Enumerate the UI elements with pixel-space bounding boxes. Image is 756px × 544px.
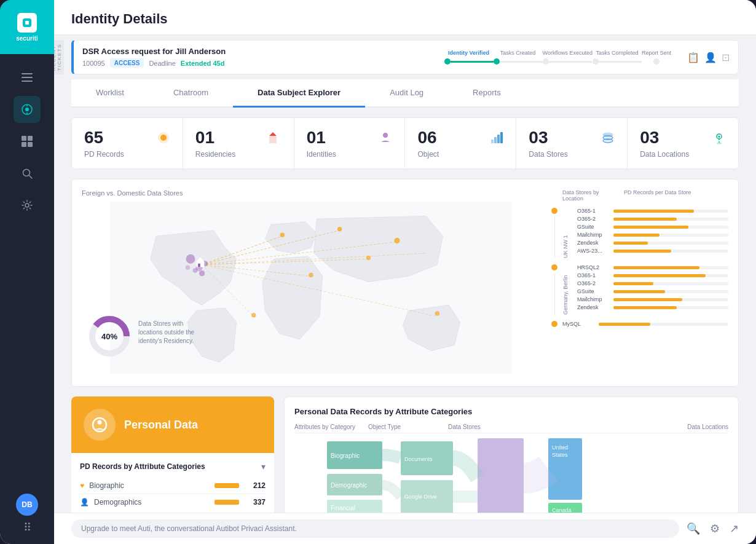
dsr-expand-icon[interactable]: ⊡ [722, 52, 730, 63]
dsr-doc-icon[interactable]: 📋 [687, 52, 699, 63]
donut-label: Data Stores with locations outside the i… [138, 320, 206, 345]
pd-records-icon [157, 131, 170, 144]
svg-point-42 [199, 270, 205, 276]
pd-body: PD Records by Attribute Categories ▾ ♥ B… [71, 453, 274, 513]
dsr-deadline-label: Deadline [149, 60, 175, 67]
svg-point-15 [160, 135, 167, 141]
svg-rect-19 [491, 140, 494, 143]
dsr-banner: DSR Access request for Jill Anderson 100… [71, 40, 739, 74]
logo-text: securiti [16, 35, 38, 42]
svg-text:Google Drive: Google Drive [404, 494, 437, 500]
stat-data-stores: 03 Data Stores [516, 118, 628, 168]
ds-location-group-2: Germany, Berlin HRSQL2 O365-1 O365-2 GSu… [550, 264, 728, 315]
pd-icon [84, 409, 116, 441]
svg-text:Financial: Financial [331, 505, 355, 511]
dsr-badge: ACCESS [110, 58, 144, 68]
svg-point-49 [394, 238, 400, 243]
svg-point-41 [193, 268, 197, 272]
sidebar-dashboard-icon[interactable] [14, 96, 41, 123]
header: Identity Details [54, 0, 756, 35]
sankey-chart: Biographic Demographic Financial [294, 438, 728, 513]
tab-chatroom[interactable]: Chatroom [149, 79, 233, 108]
bottom-icons: 🔍 ⚙ ↗ [687, 522, 739, 535]
stats-row: 65 PD Records 01 Residencies 01 [71, 117, 739, 169]
svg-point-13 [25, 203, 29, 207]
svg-point-28 [717, 143, 722, 144]
tab-data-subject-explorer[interactable]: Data Subject Explorer [233, 79, 365, 108]
dsr-action-icons: 📋 👤 ⊡ [687, 52, 730, 63]
stat-residencies: 01 Residencies [183, 118, 294, 168]
pd-chart-card: Personal Data Records by Attribute Categ… [284, 396, 739, 513]
sidebar-menu-icon[interactable] [14, 64, 41, 91]
svg-point-47 [280, 232, 285, 237]
svg-rect-3 [22, 77, 33, 78]
pd-col-3: Data Stores [448, 424, 522, 430]
stat-object: 06 Object [405, 118, 516, 168]
tab-worklist[interactable]: Worklist [71, 79, 149, 108]
sidebar: securiti DB ⠿ [0, 0, 54, 544]
content-area: 65 PD Records 01 Residencies 01 [54, 108, 756, 513]
identities-icon [379, 131, 392, 144]
sidebar-nav [14, 54, 41, 484]
svg-line-12 [30, 176, 33, 179]
external-link-icon[interactable]: ↗ [730, 522, 739, 535]
search-bottom-icon[interactable]: 🔍 [687, 522, 700, 535]
more-options-icon[interactable]: ⠿ [23, 521, 31, 534]
pd-col-4: Data Locations [522, 424, 728, 430]
svg-text:Canada: Canada [552, 507, 572, 513]
sidebar-grid-icon[interactable] [14, 128, 41, 155]
svg-rect-7 [22, 136, 26, 141]
donut-area: 40% Data Stores with locations outside t… [88, 315, 206, 358]
svg-point-11 [23, 170, 30, 176]
svg-text:States: States [552, 452, 568, 458]
svg-point-52 [309, 273, 313, 277]
map-title: Foreign vs. Domestic Data Stores [82, 189, 540, 197]
svg-rect-20 [494, 137, 497, 143]
ds-col1-title: Data Stores by Location [562, 189, 612, 202]
bottom-section: Personal Data PD Records by Attribute Ca… [71, 396, 739, 513]
user-avatar[interactable]: DB [16, 494, 38, 516]
svg-rect-21 [497, 135, 500, 143]
svg-point-51 [435, 311, 439, 315]
donut-percent: 40% [101, 332, 117, 341]
ds-location-group-3: MySQL [550, 321, 728, 329]
pd-col-2: Object Type [368, 424, 448, 430]
svg-text:Documents: Documents [404, 456, 433, 462]
data-stores-icon [601, 131, 615, 144]
pd-subtitle: PD Records by Attribute Categories [80, 462, 205, 471]
svg-text:Biographic: Biographic [331, 452, 360, 459]
svg-point-53 [251, 313, 256, 317]
dsr-user-icon[interactable]: 👤 [704, 52, 717, 63]
svg-text:United: United [552, 444, 568, 451]
sidebar-settings-icon[interactable] [14, 192, 41, 219]
page-title: Identity Details [71, 11, 739, 27]
svg-point-43 [186, 266, 190, 270]
stat-pd-records: 65 PD Records [72, 118, 183, 168]
pd-dropdown-icon[interactable]: ▾ [261, 462, 266, 471]
svg-point-27 [718, 136, 720, 138]
object-icon [490, 131, 503, 144]
main-content: Identity Details RECENT TICKETS DSR Acce… [54, 0, 756, 544]
dsr-id: 100095 [82, 60, 105, 67]
sidebar-search-icon[interactable] [14, 160, 41, 187]
svg-rect-16 [269, 136, 277, 143]
recent-tickets-label: RECENT TICKETS [54, 40, 64, 74]
svg-rect-68 [478, 438, 524, 513]
stat-data-locations: 03 Data Locations [628, 118, 738, 168]
logo[interactable]: securiti [0, 0, 54, 54]
filter-bottom-icon[interactable]: ⚙ [710, 522, 720, 535]
personal-data-card: Personal Data PD Records by Attribute Ca… [71, 396, 274, 513]
svg-rect-8 [28, 136, 33, 141]
svg-rect-46 [198, 264, 200, 267]
pd-title: Personal Data [124, 419, 198, 432]
tab-audit-log[interactable]: Audit Log [365, 79, 448, 108]
ds-location-group-1: UK NW 1 O365-1 O365-2 GSuite Mailchimp Z… [550, 208, 728, 258]
tab-reports[interactable]: Reports [448, 79, 526, 108]
svg-point-38 [186, 254, 195, 264]
pd-chart-title: Personal Data Records by Attribute Categ… [294, 407, 728, 416]
chat-bubble[interactable]: Upgrade to meet Auti, the conversational… [71, 519, 679, 538]
svg-rect-10 [28, 142, 33, 147]
svg-rect-9 [22, 142, 26, 147]
ds-col2-title: PD Records per Data Store [624, 189, 691, 202]
dsr-deadline-value: Extended 45d [181, 60, 225, 67]
